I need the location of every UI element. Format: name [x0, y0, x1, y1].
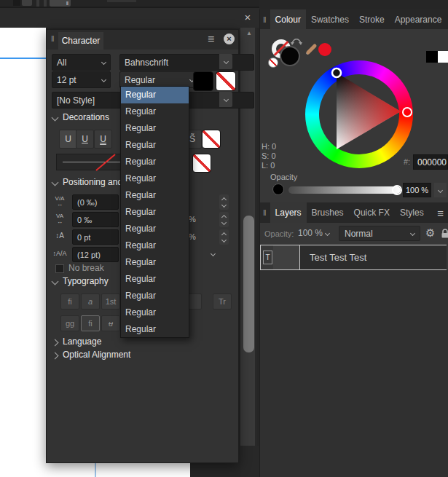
- alternates-button[interactable]: a: [81, 293, 100, 310]
- underline-double-button[interactable]: U: [94, 130, 112, 149]
- tab-styles[interactable]: Styles: [395, 202, 429, 223]
- decorations-header[interactable]: Decorations: [63, 112, 109, 122]
- font-weight-option[interactable]: Regular: [121, 87, 189, 103]
- canvas-page[interactable]: [0, 28, 46, 477]
- font-weight-option[interactable]: Regular: [121, 304, 189, 321]
- opacity-dropdown-button[interactable]: [434, 183, 447, 197]
- toolbar-button[interactable]: [13, 0, 20, 6]
- reset-colours-icon[interactable]: [268, 58, 278, 68]
- horizontal-guide[interactable]: [0, 58, 46, 59]
- kerning-input[interactable]: 0 ‰: [72, 212, 119, 227]
- vertical-guide[interactable]: [95, 463, 96, 477]
- tracking-stepper[interactable]: [219, 194, 229, 210]
- strikethrough-colour-swatch[interactable]: [192, 154, 211, 173]
- tab-stroke[interactable]: Stroke: [354, 9, 390, 29]
- font-weight-option[interactable]: Regular: [121, 170, 189, 187]
- positioning-header[interactable]: Positioning and: [63, 177, 122, 187]
- picked-colour-swatch[interactable]: [318, 43, 331, 56]
- tab-swatches[interactable]: Swatches: [306, 9, 354, 29]
- font-family-select[interactable]: Bahnschrift: [119, 54, 254, 71]
- language-expand-icon[interactable]: [52, 339, 59, 347]
- tab-appearance[interactable]: Appearance: [390, 9, 447, 29]
- font-size-select[interactable]: 12 pt: [52, 71, 111, 88]
- lock-icon[interactable]: [441, 228, 448, 239]
- panel-close-icon[interactable]: ×: [224, 33, 235, 44]
- typography-header[interactable]: Typography: [63, 276, 109, 286]
- tab-quickfx[interactable]: Quick FX: [349, 202, 395, 223]
- underline-colour-swatch[interactable]: [202, 130, 221, 149]
- panel-drag-handle[interactable]: ‖: [48, 34, 58, 43]
- font-weight-option[interactable]: Regular: [121, 137, 189, 154]
- font-background-colour-swatch[interactable]: [216, 71, 236, 91]
- font-family-dropdown-button[interactable]: [219, 54, 232, 69]
- black-swatch[interactable]: [426, 51, 438, 63]
- baseline-input[interactable]: 0 pt: [72, 229, 119, 245]
- ligatures-button[interactable]: fi: [60, 293, 79, 310]
- font-weight-option[interactable]: Regular: [121, 120, 189, 137]
- panel-drag-handle[interactable]: ‖: [260, 9, 270, 29]
- tab-colour[interactable]: Colour: [270, 9, 306, 29]
- leading-dropdown-chevron-icon[interactable]: [211, 251, 216, 256]
- panel-drag-handle[interactable]: ‖: [260, 202, 270, 223]
- font-weight-option[interactable]: Regular: [121, 237, 189, 254]
- hue-marker[interactable]: [402, 107, 412, 117]
- font-weight-option[interactable]: Regular: [121, 187, 189, 204]
- opacity-value[interactable]: 100 %: [403, 183, 431, 197]
- kerning-stepper[interactable]: [219, 212, 229, 227]
- white-swatch[interactable]: [438, 51, 448, 63]
- layers-opacity-value[interactable]: 100 %: [298, 228, 323, 238]
- font-weight-option[interactable]: Regular: [121, 154, 189, 170]
- panel-menu-icon[interactable]: ≡: [208, 33, 214, 46]
- optical-alignment-expand-icon[interactable]: [52, 352, 59, 360]
- baseline-stepper[interactable]: [219, 229, 229, 245]
- font-weight-option[interactable]: Regular: [121, 204, 189, 221]
- pause-icon[interactable]: ‖: [50, 0, 71, 7]
- scrollbar-up-arrow-icon[interactable]: ▲: [244, 30, 254, 37]
- font-weight-option[interactable]: Regular: [121, 321, 189, 338]
- blend-mode-select[interactable]: Normal: [339, 226, 420, 241]
- gear-icon[interactable]: ⚙: [425, 226, 435, 240]
- scrollbar-thumb[interactable]: [243, 216, 254, 352]
- swap-colours-icon[interactable]: [290, 36, 303, 45]
- layer-label-area[interactable]: Test Test Test: [300, 245, 447, 269]
- underline-none-button[interactable]: U: [59, 130, 77, 149]
- font-weight-option[interactable]: Regular: [121, 221, 189, 237]
- decorations-collapse-icon[interactable]: [52, 114, 59, 122]
- font-weight-option[interactable]: Regular: [121, 288, 189, 304]
- opacity-slider[interactable]: [288, 186, 401, 194]
- underline-single-button[interactable]: U: [76, 130, 94, 149]
- layer-row[interactable]: T Test Test Test: [260, 245, 447, 270]
- tracking-input[interactable]: (0 ‰): [72, 194, 119, 210]
- panel-menu-icon[interactable]: ≡: [433, 202, 448, 223]
- no-break-checkbox[interactable]: [55, 264, 64, 273]
- saturation-triangle[interactable]: [315, 67, 403, 162]
- tab-character[interactable]: Character: [58, 32, 103, 50]
- positioning-collapse-icon[interactable]: [52, 179, 59, 186]
- font-weight-option[interactable]: Regular: [121, 254, 189, 271]
- discretionary-ligatures-button[interactable]: fi: [81, 315, 100, 331]
- fill-swatch[interactable]: [280, 46, 300, 66]
- slashed-button[interactable]: u: [101, 315, 120, 331]
- canvas-page[interactable]: [46, 463, 190, 477]
- layer-thumbnail[interactable]: [273, 245, 300, 269]
- hex-input[interactable]: 000000: [413, 154, 448, 170]
- typography-collapse-icon[interactable]: [52, 278, 59, 285]
- font-colour-swatch[interactable]: [193, 71, 213, 91]
- toolbar-button[interactable]: [22, 0, 32, 6]
- font-collection-select[interactable]: All: [52, 54, 111, 71]
- font-weight-option[interactable]: Regular: [121, 271, 189, 288]
- hidden-typography-button[interactable]: [187, 293, 202, 310]
- tab-brushes[interactable]: Brushes: [307, 202, 349, 223]
- layer-name[interactable]: Test Test Test: [310, 252, 366, 263]
- language-header[interactable]: Language: [63, 336, 101, 347]
- glyph-variants-button[interactable]: gg: [60, 315, 79, 331]
- close-icon[interactable]: ×: [241, 11, 254, 24]
- ordinals-button[interactable]: 1st: [101, 293, 120, 310]
- titling-button[interactable]: Tr: [213, 293, 232, 310]
- tab-layers[interactable]: Layers: [270, 202, 307, 223]
- opacity-slider-handle[interactable]: [392, 185, 402, 195]
- optical-alignment-header[interactable]: Optical Alignment: [63, 350, 130, 360]
- triangle-marker[interactable]: [332, 68, 341, 77]
- leading-input[interactable]: (12 pt): [72, 247, 119, 262]
- font-weight-option[interactable]: Regular: [121, 103, 189, 120]
